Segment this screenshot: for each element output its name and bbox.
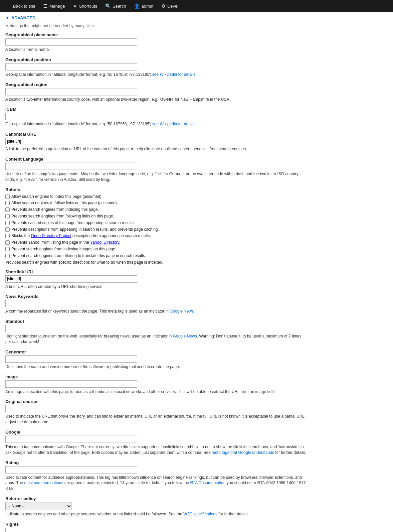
section-arrow-icon: ▼ xyxy=(5,15,10,20)
image-input[interactable] xyxy=(5,380,137,388)
robots-checkbox-input-1[interactable] xyxy=(5,201,10,205)
manage-label: Manage xyxy=(49,4,65,9)
shortlink-url-group: Shortlink URL A brief URL, often created… xyxy=(5,269,307,290)
odp-link[interactable]: Open Directory Project xyxy=(31,233,71,238)
section-intro: Meta tags that might not be needed by ma… xyxy=(5,24,307,28)
yahoo-link[interactable]: Yahoo! Directory xyxy=(90,240,119,245)
original-source-group: Original source Used to indicate the URL… xyxy=(5,399,307,425)
google-group: Google This meta tag communicates with G… xyxy=(5,430,307,456)
google-news-link-standout[interactable]: Google News xyxy=(173,334,197,338)
referrer-policy-select[interactable]: – None – no-referrer no-referrer-when-do… xyxy=(5,502,72,510)
image-desc: An image associated with this page, for … xyxy=(5,389,307,395)
robots-checkbox-input-8[interactable] xyxy=(5,247,10,251)
w3c-link[interactable]: W3C specifications xyxy=(183,512,217,516)
geo-position-input[interactable] xyxy=(5,63,137,70)
news-keywords-label: News Keywords xyxy=(5,294,307,299)
original-source-desc: Used to indicate the URL that broke the … xyxy=(5,414,307,425)
section-title: ▼ ADVANCED xyxy=(5,15,307,20)
google-desc: This meta tag communicates with Google. … xyxy=(5,444,307,456)
robots-checkbox-9: Prevent search engines from offering to … xyxy=(5,253,307,259)
google-news-link-keywords[interactable]: Google News xyxy=(170,309,194,314)
icbm-input[interactable] xyxy=(5,113,137,120)
shortlink-url-input[interactable] xyxy=(5,275,137,283)
robots-checkbox-input-6[interactable] xyxy=(5,234,10,238)
google-input[interactable] xyxy=(5,436,137,443)
original-source-input[interactable] xyxy=(5,405,137,412)
rights-label: Rights xyxy=(5,522,307,527)
news-keywords-group: News Keywords A comma-separated list of … xyxy=(5,294,307,314)
gear-icon: ⚙ xyxy=(161,3,166,9)
robots-checkbox-input-7[interactable] xyxy=(5,240,10,245)
robots-checkbox-0: Allow search engines to index this page … xyxy=(5,194,307,200)
canonical-url-label: Canonical URL xyxy=(5,132,307,137)
rating-input[interactable] xyxy=(5,466,137,473)
geo-place-name-input[interactable] xyxy=(5,38,137,46)
star-icon: ★ xyxy=(73,3,77,9)
icbm-link[interactable]: see Wikipedia for details. xyxy=(152,122,196,126)
robots-checkbox-input-0[interactable] xyxy=(5,195,10,199)
back-icon: ← xyxy=(7,3,11,9)
referrer-policy-label: Referrer policy xyxy=(5,496,307,501)
robots-checkbox-5: Prevents descriptions from appearing in … xyxy=(5,227,307,232)
generator-desc: Describes the name and version number of… xyxy=(5,364,307,370)
robots-checkbox-6: Blocks the Open Directory Project descri… xyxy=(5,233,307,239)
shortcuts-label: Shortcuts xyxy=(79,4,97,9)
generator-input[interactable] xyxy=(5,355,137,363)
google-understands-link[interactable]: meta tags that Google understands xyxy=(212,450,274,455)
original-source-label: Original source xyxy=(5,399,307,404)
admin-menu[interactable]: 👤 admin xyxy=(130,0,157,12)
icbm-label: ICBM xyxy=(5,107,307,112)
robots-checkbox-input-4[interactable] xyxy=(5,221,10,225)
standout-group: Standout Highlight standout journalism o… xyxy=(5,319,307,345)
standout-label: Standout xyxy=(5,319,307,324)
rta-docs-link[interactable]: RTA Documentation xyxy=(190,480,225,485)
geo-region-input[interactable] xyxy=(5,88,137,95)
rating-label: Rating xyxy=(5,460,307,465)
robots-checkbox-input-9[interactable] xyxy=(5,254,10,258)
rating-desc: Used to rate content for audience approp… xyxy=(5,475,307,491)
canonical-url-desc: A link to the preferred page location or… xyxy=(5,146,307,152)
geo-position-label: Geographical position xyxy=(5,57,307,62)
admin-label: admin xyxy=(141,4,153,9)
robots-checkbox-input-5[interactable] xyxy=(5,227,10,232)
geo-region-group: Geographical region A location's two-let… xyxy=(5,82,307,102)
section-title-text: ADVANCED xyxy=(11,15,36,20)
robots-checkbox-4: Prevents cached copies of this page from… xyxy=(5,220,307,226)
rating-common-link[interactable]: most common options xyxy=(24,480,63,485)
icbm-group: ICBM Geo-spatial information in 'latitud… xyxy=(5,107,307,127)
rights-input[interactable] xyxy=(5,528,137,532)
icbm-desc: Geo-spatial information in 'latitude, lo… xyxy=(5,121,307,127)
robots-checkbox-7: Prevents Yahoo! from listing this page i… xyxy=(5,240,307,245)
shortlink-url-label: Shortlink URL xyxy=(5,269,307,274)
standout-desc: Highlight standout journalism on the web… xyxy=(5,333,307,345)
canonical-url-input[interactable] xyxy=(5,138,137,145)
news-keywords-input[interactable] xyxy=(5,300,137,307)
referrer-policy-group: Referrer policy – None – no-referrer no-… xyxy=(5,496,307,517)
image-label: Image xyxy=(5,374,307,379)
google-label: Google xyxy=(5,430,307,435)
manage-menu[interactable]: ☰ Manage xyxy=(39,0,69,12)
back-to-site-label: Back to site xyxy=(13,4,35,9)
robots-checkbox-2: Prevents search engines from indexing th… xyxy=(5,207,307,212)
user-icon: 👤 xyxy=(134,3,140,9)
topbar: ← Back to site ☰ Manage ★ Shortcuts 🔍 Se… xyxy=(0,0,393,12)
rating-group: Rating Used to rate content for audience… xyxy=(5,460,307,491)
geo-place-name-desc: A location's formal name. xyxy=(5,47,307,53)
content-language-input[interactable] xyxy=(5,163,137,170)
robots-checkbox-1: Allow search engines to follow links on … xyxy=(5,200,307,206)
search-menu[interactable]: 🔍 Search xyxy=(101,0,130,12)
shortcuts-menu[interactable]: ★ Shortcuts xyxy=(69,0,101,12)
geo-position-desc: Geo-spatial information in 'latitude; lo… xyxy=(5,72,307,77)
robots-checkbox-8: Prevent search engines from indexing ima… xyxy=(5,246,307,252)
back-to-site-button[interactable]: ← Back to site xyxy=(3,0,39,12)
standout-input[interactable] xyxy=(5,325,137,332)
robots-checkbox-input-3[interactable] xyxy=(5,214,10,218)
robots-checkbox-input-2[interactable] xyxy=(5,207,10,212)
geo-position-link[interactable]: see Wikipedia for details. xyxy=(152,72,196,77)
generator-label: Generator xyxy=(5,349,307,354)
devel-menu[interactable]: ⚙ Devel xyxy=(157,0,182,12)
geo-place-name-label: Geographical place name xyxy=(5,32,307,37)
robots-checkbox-3: Prevents search engines from following l… xyxy=(5,213,307,219)
manage-icon: ☰ xyxy=(43,3,48,9)
image-group: Image An image associated with this page… xyxy=(5,374,307,395)
